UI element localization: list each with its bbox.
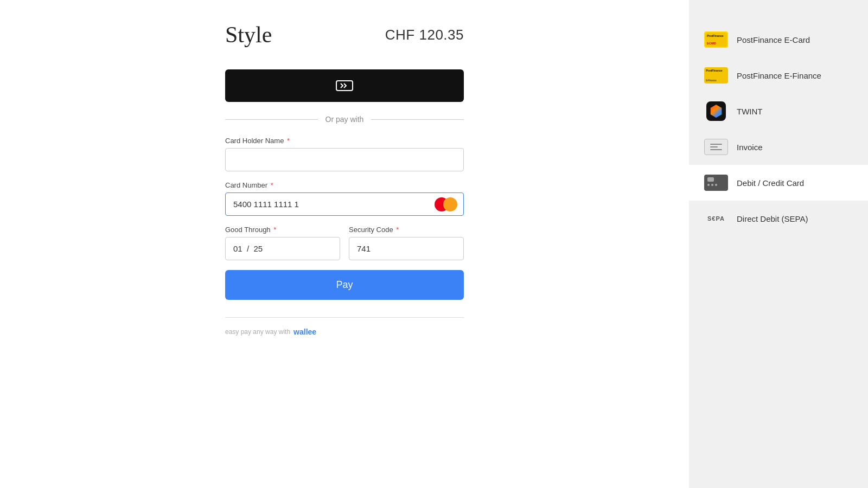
express-pay-icon <box>331 78 358 93</box>
invoice-label: Invoice <box>737 143 763 152</box>
security-code-label: Security Code * <box>349 226 464 234</box>
expiry-cvv-row: Good Through * Security Code * <box>225 226 464 270</box>
payment-container: Style CHF 120.35 Or pay with <box>225 22 464 336</box>
sidebar-item-sepa[interactable]: S€PA Direct Debit (SEPA) <box>689 201 868 236</box>
divider-line-right <box>371 119 464 120</box>
divider-line-left <box>225 119 318 120</box>
security-code-group: Security Code * <box>349 226 464 260</box>
payment-header: Style CHF 120.35 <box>225 22 464 48</box>
security-code-input[interactable] <box>349 237 464 260</box>
sidebar-item-twint[interactable]: TWINT <box>689 93 868 129</box>
twint-hexagon <box>710 105 723 118</box>
twint-label: TWINT <box>737 107 762 116</box>
good-through-group: Good Through * <box>225 226 340 260</box>
sidebar-item-postfinance-efinance[interactable]: PostFinance E-Finance PostFinance E-Fina… <box>689 57 868 93</box>
footer-text: easy pay any way with <box>225 328 290 336</box>
mastercard-icon <box>435 197 457 211</box>
card-number-label: Card Number * <box>225 181 464 189</box>
card-holder-label: Card Holder Name * <box>225 137 464 145</box>
card-holder-input[interactable] <box>225 148 464 171</box>
required-star-3: * <box>272 226 277 234</box>
postfinance-efinance-label: PostFinance E-Finance <box>737 71 821 80</box>
sepa-icon: S€PA <box>704 210 728 227</box>
required-star-4: * <box>394 226 399 234</box>
sidebar-item-debit-credit[interactable]: Debit / Credit Card <box>689 165 868 201</box>
divider-row: Or pay with <box>225 115 464 124</box>
sidebar-item-invoice[interactable]: Invoice <box>689 129 868 165</box>
postfinance-ecard-icon: PostFinance E-CARD <box>704 31 728 48</box>
card-number-wrapper <box>225 192 464 216</box>
brand-logo: Style <box>225 22 272 48</box>
card-number-group: Card Number * <box>225 181 464 216</box>
footer: easy pay any way with wallee <box>225 328 464 336</box>
card-number-input[interactable] <box>225 192 464 216</box>
debit-credit-label: Debit / Credit Card <box>737 178 804 188</box>
main-payment-area: Style CHF 120.35 Or pay with <box>0 0 689 488</box>
price-display: CHF 120.35 <box>385 27 464 43</box>
express-pay-chevrons-icon <box>331 78 358 93</box>
card-holder-group: Card Holder Name * <box>225 137 464 171</box>
sidebar-item-postfinance-ecard[interactable]: PostFinance E-CARD PostFinance E-Card <box>689 22 868 57</box>
postfinance-efinance-icon: PostFinance E-Finance <box>704 67 728 84</box>
pay-button[interactable]: Pay <box>225 270 464 300</box>
postfinance-ecard-label: PostFinance E-Card <box>737 35 810 44</box>
debit-credit-icon <box>704 175 728 191</box>
wallee-logo: wallee <box>293 328 316 336</box>
sepa-label: Direct Debit (SEPA) <box>737 214 808 223</box>
invoice-icon <box>704 139 728 155</box>
express-pay-button[interactable] <box>225 69 464 102</box>
bottom-divider <box>225 317 464 318</box>
good-through-input[interactable] <box>225 237 340 260</box>
divider-text: Or pay with <box>326 115 364 124</box>
payment-method-sidebar: PostFinance E-CARD PostFinance E-Card Po… <box>689 0 868 488</box>
good-through-label: Good Through * <box>225 226 340 234</box>
required-star: * <box>285 137 290 145</box>
required-star-2: * <box>269 181 273 189</box>
card-chip <box>707 177 714 182</box>
twint-icon <box>704 103 728 119</box>
mc-yellow-circle <box>443 197 457 211</box>
